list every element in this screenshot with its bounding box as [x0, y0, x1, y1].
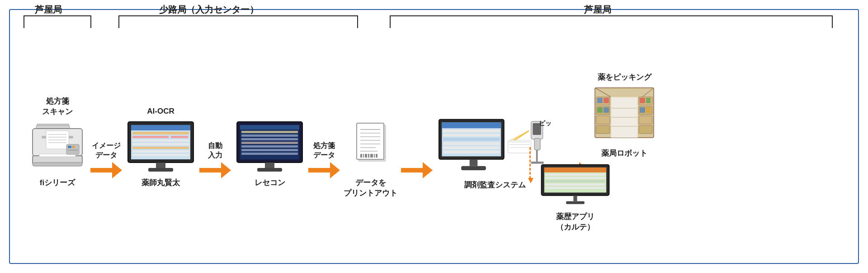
arrow2-container: 自動入力	[199, 118, 231, 178]
svg-rect-24	[132, 147, 189, 149]
arrow3-arrow	[308, 162, 340, 178]
svg-rect-37	[241, 149, 298, 151]
svg-rect-50	[360, 154, 362, 158]
svg-rect-64	[443, 146, 500, 149]
svg-rect-40	[257, 168, 282, 172]
robot-row: 薬をピッキング	[593, 63, 656, 170]
svg-rect-55	[374, 154, 375, 158]
svg-rect-25	[132, 150, 189, 153]
yakureki-icon	[538, 163, 613, 208]
ai-ocr-top-label: AI-OCR	[147, 97, 174, 117]
ai-ocr-item: AI-OCR	[126, 97, 196, 199]
svg-rect-54	[370, 154, 373, 158]
arrow2-arrow	[199, 162, 231, 178]
svg-rect-14	[68, 149, 78, 151]
svg-rect-34	[241, 138, 298, 140]
svg-rect-20	[132, 136, 169, 138]
flow-wrapper: 処方箋スキャン	[24, 19, 844, 254]
svg-rect-52	[365, 154, 367, 158]
scanner-icon	[28, 120, 87, 174]
svg-rect-94	[597, 107, 603, 113]
svg-rect-99	[646, 107, 651, 113]
svg-rect-70	[534, 138, 540, 150]
svg-rect-13	[72, 146, 75, 148]
arrow3-label: 処方箋データ	[313, 140, 335, 160]
arrow3-container: 処方箋データ	[308, 118, 340, 178]
svg-rect-51	[363, 154, 364, 158]
printout-bottom-label: データをプリントアウト	[344, 177, 397, 199]
svg-rect-107	[546, 173, 605, 176]
svg-rect-27	[156, 163, 165, 168]
svg-rect-95	[604, 107, 609, 113]
svg-rect-111	[546, 187, 605, 189]
svg-rect-65	[443, 150, 500, 153]
ai-ocr-icon	[126, 120, 196, 174]
svg-rect-92	[597, 98, 603, 103]
svg-rect-18	[131, 125, 190, 130]
svg-rect-12	[68, 146, 71, 148]
arrow4-arrow	[401, 162, 433, 178]
scanner-top-label: 処方箋スキャン	[42, 96, 73, 116]
svg-rect-113	[566, 201, 585, 204]
ashiya-right-label: 芦屋局	[584, 4, 611, 16]
svg-rect-90	[639, 116, 652, 124]
svg-rect-63	[443, 142, 500, 145]
svg-rect-28	[148, 168, 173, 172]
svg-rect-22	[132, 139, 189, 142]
inspection-bottom-label: 調剤監査システム	[464, 180, 526, 201]
svg-rect-108	[546, 177, 605, 179]
printout-item: データをプリントアウト	[344, 97, 397, 199]
svg-rect-33	[241, 134, 298, 137]
svg-rect-31	[240, 125, 299, 129]
yakureki-bottom-label: 薬歴アプリ（カルテ）	[556, 211, 594, 233]
scanner-item: 処方箋スキャン	[28, 96, 87, 199]
arrow1-container: イメージデータ	[90, 118, 122, 178]
svg-rect-87	[596, 125, 610, 134]
rececon-item: レセコン	[235, 97, 305, 199]
arrow1-label: イメージデータ	[92, 140, 121, 160]
svg-rect-38	[241, 153, 298, 155]
rececon-top-label	[269, 97, 271, 117]
svg-rect-100	[612, 98, 637, 138]
yakureki-item: 薬歴アプリ（カルテ）	[538, 163, 613, 233]
svg-rect-91	[639, 125, 652, 134]
svg-rect-23	[132, 143, 189, 145]
svg-rect-97	[646, 98, 651, 103]
scanner-bottom-label: fiシリーズ	[40, 177, 75, 199]
svg-rect-19	[132, 132, 189, 134]
svg-rect-67	[461, 166, 486, 170]
arrow4-container	[401, 118, 433, 178]
svg-rect-21	[171, 136, 188, 138]
rececon-icon	[235, 120, 305, 174]
inspection-monitor-icon	[436, 117, 511, 176]
arrow1-arrow	[90, 162, 122, 178]
svg-rect-93	[604, 98, 609, 103]
arrow4-label	[416, 140, 418, 160]
svg-line-72	[510, 130, 529, 140]
svg-rect-32	[241, 131, 298, 133]
pii-label: ピッ	[539, 120, 552, 128]
arrow2-label: 自動入力	[208, 140, 222, 160]
svg-rect-39	[265, 163, 274, 168]
robot-top-label: 薬をピッキング	[598, 63, 651, 83]
svg-rect-26	[132, 154, 189, 156]
svg-rect-61	[443, 134, 500, 137]
ai-ocr-bottom-label: 薬師丸賢太	[142, 177, 180, 199]
inspection-item: ピッ 調剤監査システム	[436, 95, 554, 201]
shojo-label: 少路局（入力センター）	[159, 4, 259, 16]
printout-top-label	[369, 97, 372, 117]
svg-rect-1	[36, 126, 70, 128]
dotted-vertical	[529, 147, 531, 179]
right-section: 薬をピッキング	[593, 63, 656, 233]
svg-rect-36	[241, 145, 298, 148]
svg-rect-112	[573, 195, 577, 201]
printout-icon	[350, 120, 391, 174]
svg-rect-62	[443, 138, 500, 141]
robot-item: 薬をピッキング	[593, 63, 656, 170]
main-container: 芦屋局 少路局（入力センター） 芦屋局 処方箋スキャン	[9, 9, 859, 264]
ashiya-left-label: 芦屋局	[35, 4, 62, 16]
dotted-vertical-arrowhead	[528, 178, 533, 183]
inspection-top-label	[494, 95, 496, 115]
svg-rect-56	[376, 154, 377, 158]
svg-rect-66	[470, 159, 478, 166]
